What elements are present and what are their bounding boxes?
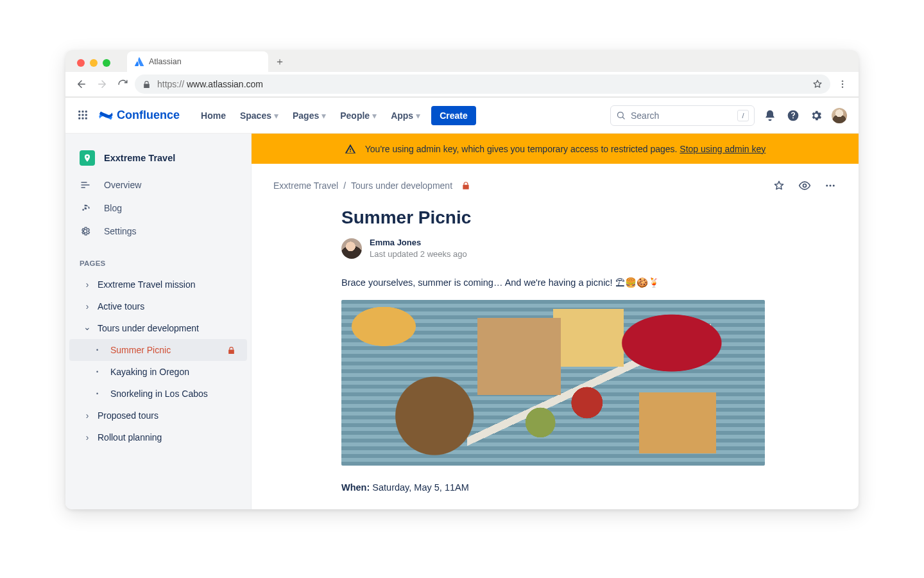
maximize-window-button[interactable] xyxy=(103,59,110,67)
stop-admin-key-link[interactable]: Stop using admin key xyxy=(680,144,766,154)
crumb-parent[interactable]: Tours under development xyxy=(351,180,452,191)
svg-point-14 xyxy=(803,184,807,188)
svg-point-17 xyxy=(833,185,835,187)
browser-tab-active[interactable]: Atlassian xyxy=(127,51,268,72)
page-tree: › Exxtreme Travel mission › Active tours… xyxy=(65,274,251,448)
nav-people[interactable]: People▾ xyxy=(334,107,382,125)
bullet-icon: • xyxy=(96,347,104,353)
app-grid-icon xyxy=(77,109,89,121)
space-icon xyxy=(80,150,95,166)
content-scroll[interactable]: Exxtreme Travel / Tours under developmen… xyxy=(252,164,859,509)
pages-heading: PAGES xyxy=(65,243,251,274)
browser-window: Atlassian ＋ https:// www.atlassian.com xyxy=(65,50,859,509)
header-right: Search / xyxy=(610,105,847,126)
minimize-window-button[interactable] xyxy=(90,59,98,67)
svg-rect-7 xyxy=(82,114,84,116)
search-input[interactable]: Search / xyxy=(610,105,755,126)
new-tab-button[interactable]: ＋ xyxy=(271,53,289,71)
page-actions xyxy=(773,179,837,192)
article: Summer Picnic Emma Jones Last updated 2 … xyxy=(341,207,765,493)
watch-button[interactable] xyxy=(798,179,811,192)
product-name: Confluence xyxy=(117,109,180,122)
kebab-icon xyxy=(837,79,848,89)
svg-point-15 xyxy=(826,185,828,187)
hero-image xyxy=(341,300,765,466)
warning-icon xyxy=(345,143,356,155)
settings-button[interactable] xyxy=(809,108,824,123)
bullet-icon: • xyxy=(96,369,104,375)
sidebar-settings[interactable]: Settings xyxy=(65,220,251,243)
tree-item-proposed[interactable]: › Proposed tours xyxy=(65,405,251,426)
tree-item-active-tours[interactable]: › Active tours xyxy=(65,295,251,317)
reload-icon xyxy=(117,79,128,90)
tree-item-rollout[interactable]: › Rollout planning xyxy=(65,426,251,448)
reload-button[interactable] xyxy=(114,76,131,92)
arrow-left-icon xyxy=(76,78,87,90)
back-button[interactable] xyxy=(73,76,90,92)
url-text: https:// www.atlassian.com xyxy=(157,79,263,89)
chevron-down-icon: ▾ xyxy=(321,110,326,121)
svg-rect-6 xyxy=(78,114,80,116)
help-button[interactable] xyxy=(785,108,801,123)
space-name: Exxtreme Travel xyxy=(104,153,175,163)
favorite-button[interactable] xyxy=(773,179,785,192)
when-row: When: Saturday, May 5, 11AM xyxy=(341,482,765,493)
space-header[interactable]: Exxtreme Travel xyxy=(65,150,251,173)
more-actions-button[interactable] xyxy=(824,179,837,192)
svg-rect-9 xyxy=(78,117,80,119)
chevron-down-icon: ▾ xyxy=(274,110,278,121)
nav-pages[interactable]: Pages▾ xyxy=(287,107,332,125)
product-logo[interactable]: Confluence xyxy=(99,109,180,123)
when-label: When: xyxy=(341,482,370,493)
search-icon xyxy=(616,110,626,120)
tree-item-kayaking[interactable]: • Kayaking in Oregon xyxy=(65,361,251,383)
app-switcher-button[interactable] xyxy=(77,109,90,122)
tree-item-mission[interactable]: › Exxtreme Travel mission xyxy=(65,274,251,295)
when-value: Saturday, May 5, 11AM xyxy=(370,482,468,493)
svg-point-12 xyxy=(618,112,624,118)
meatball-icon xyxy=(825,180,836,191)
app-container: Confluence Home Spaces▾ Pages▾ People▾ A… xyxy=(65,98,859,509)
create-button[interactable]: Create xyxy=(431,106,476,125)
chevron-right-icon: › xyxy=(83,432,91,442)
blog-icon xyxy=(80,203,91,213)
browser-chrome: Atlassian ＋ https:// www.atlassian.com xyxy=(65,50,859,98)
byline: Emma Jones Last updated 2 weeks ago xyxy=(341,237,765,259)
sidebar-blog[interactable]: Blog xyxy=(65,197,251,220)
notifications-button[interactable] xyxy=(762,108,778,123)
banner-text: You're using admin key, which gives you … xyxy=(365,144,766,154)
app-body: Exxtreme Travel Overview Blog Settings P… xyxy=(65,134,859,509)
main-content: You're using admin key, which gives you … xyxy=(252,134,859,509)
nav-apps[interactable]: Apps▾ xyxy=(385,107,426,125)
forward-button[interactable] xyxy=(94,76,110,92)
svg-rect-11 xyxy=(85,117,87,119)
gear-icon xyxy=(810,109,823,122)
author-name[interactable]: Emma Jones xyxy=(370,237,467,249)
page-title: Summer Picnic xyxy=(341,207,765,228)
chevron-right-icon: › xyxy=(83,410,91,421)
svg-rect-8 xyxy=(85,114,87,116)
tree-item-summer-picnic[interactable]: • Summer Picnic xyxy=(69,339,247,361)
close-window-button[interactable] xyxy=(77,59,85,67)
browser-menu-button[interactable] xyxy=(834,76,851,92)
map-pin-icon xyxy=(83,153,92,162)
window-controls xyxy=(72,59,116,72)
confluence-icon xyxy=(99,109,113,123)
tree-item-tours-dev[interactable]: ⌄ Tours under development xyxy=(65,317,251,339)
tree-item-snorkeling[interactable]: • Snorkeling in Los Cabos xyxy=(65,383,251,405)
bell-icon xyxy=(764,109,776,122)
byline-text: Emma Jones Last updated 2 weeks ago xyxy=(370,237,467,259)
lock-icon xyxy=(142,80,151,89)
profile-avatar[interactable] xyxy=(832,108,847,123)
bookmark-button[interactable] xyxy=(812,79,823,89)
chevron-right-icon: › xyxy=(83,301,91,311)
author-avatar[interactable] xyxy=(341,238,362,259)
nav-spaces[interactable]: Spaces▾ xyxy=(234,107,284,125)
svg-point-16 xyxy=(830,185,832,187)
address-bar[interactable]: https:// www.atlassian.com xyxy=(135,74,830,94)
tab-title: Atlassian xyxy=(149,57,182,66)
crumb-space[interactable]: Exxtreme Travel xyxy=(273,180,338,191)
sidebar-overview[interactable]: Overview xyxy=(65,173,251,197)
nav-home[interactable]: Home xyxy=(195,107,232,125)
lock-icon xyxy=(227,346,241,355)
